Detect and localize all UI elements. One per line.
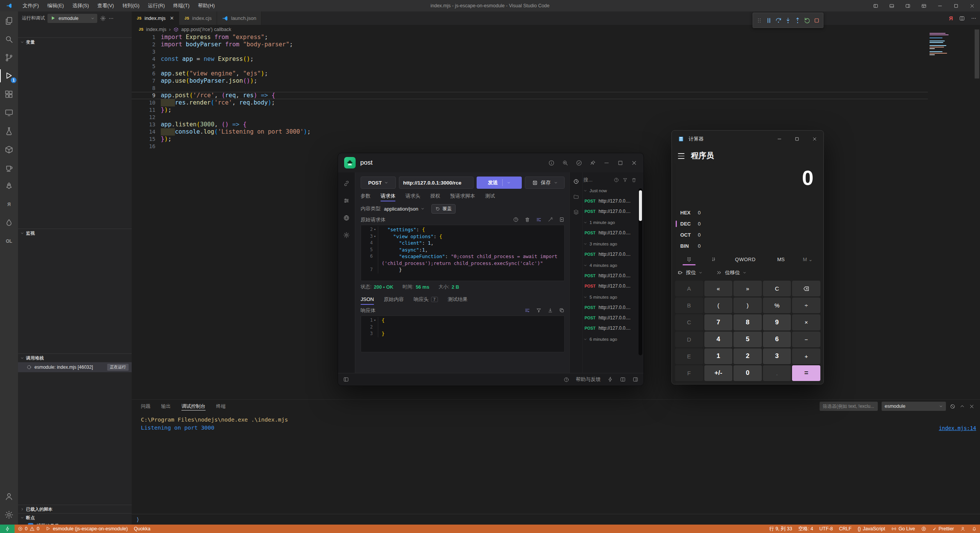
history-group-header[interactable]: 6 minutes ago [583, 334, 637, 344]
history-item[interactable]: POSThttp://127.0.0.... [583, 312, 637, 323]
lightning-icon[interactable] [607, 376, 613, 383]
calc-key-%[interactable]: % [763, 298, 791, 313]
status-github[interactable] [918, 525, 929, 533]
split-editor-icon[interactable] [959, 15, 965, 21]
history-group-header[interactable]: 4 minutes ago [583, 260, 637, 270]
activity-accounts[interactable] [0, 487, 18, 505]
activity-extension-cup[interactable] [0, 159, 18, 177]
method-select[interactable]: POST [361, 177, 396, 189]
response-body-editor[interactable]: 1▾{2 3 } [361, 316, 565, 352]
history-item[interactable]: POSThttp://127.0.0.... [583, 323, 637, 333]
calc-key-=[interactable]: = [792, 365, 820, 381]
status-indentation[interactable]: 空格: 4 [795, 525, 816, 533]
link-icon[interactable] [343, 180, 350, 187]
calc-key-1[interactable]: 1 [704, 348, 733, 364]
history-item[interactable]: POSThttp://127.0.0.... [583, 281, 637, 291]
panel-tab-终端[interactable]: 终端 [216, 400, 226, 413]
history-clock-icon[interactable] [573, 178, 579, 185]
bitwise-dropdown[interactable]: 按位 [677, 269, 702, 276]
history-group-header[interactable]: 1 minute ago [583, 217, 637, 227]
hamburger-menu-icon[interactable] [678, 152, 684, 159]
filter-icon[interactable] [536, 307, 542, 313]
status-eol[interactable]: CRLF [836, 525, 855, 533]
calc-key-×[interactable]: × [792, 314, 820, 330]
request-tab-预请求脚本[interactable]: 预请求脚本 [450, 189, 475, 203]
calc-key-+/-[interactable]: +/- [704, 365, 733, 381]
activity-testing[interactable] [0, 122, 18, 140]
override-button[interactable]: 覆盖 [431, 204, 456, 214]
panel-tab-调试控制台[interactable]: 调试控制台 [181, 400, 206, 413]
calc-key-»[interactable]: » [733, 281, 762, 296]
calc-key-8[interactable]: 8 [733, 314, 762, 330]
calc-key-2[interactable]: 2 [733, 348, 762, 364]
calc-key-«[interactable]: « [704, 281, 733, 296]
debug-session-select[interactable]: esmodule [882, 402, 946, 411]
menu-item[interactable]: 文件(F) [18, 0, 43, 11]
format-icon[interactable] [536, 217, 542, 222]
editor-more-actions-icon[interactable]: ⋯ [971, 15, 976, 21]
toggle-primary-sidebar-icon[interactable] [867, 0, 884, 11]
close-panel-icon[interactable] [969, 404, 975, 409]
debug-config-dropdown[interactable]: esmodule [47, 14, 97, 23]
history-search-input[interactable]: 搜... [583, 177, 610, 183]
response-tab-原始内容[interactable]: 原始内容 [384, 292, 404, 306]
activity-remote-explorer[interactable] [0, 103, 18, 122]
help-icon[interactable] [614, 177, 619, 183]
menu-item[interactable]: 选择(S) [68, 0, 93, 11]
request-tab-授权[interactable]: 授权 [430, 189, 440, 203]
debug-console-output[interactable]: C:\Program Files\nodejs\node.exe .\index… [132, 413, 980, 432]
close-icon[interactable] [806, 131, 823, 147]
calc-key-⌫[interactable] [792, 281, 820, 296]
calc-key-6[interactable]: 6 [763, 332, 791, 347]
status-prettier[interactable]: ✓Prettier [929, 525, 957, 533]
status-cursor-position[interactable]: 行 9, 列 33 [766, 525, 795, 533]
calc-key-+[interactable]: + [792, 348, 820, 364]
bitshift-dropdown[interactable]: 位移位 [716, 269, 746, 276]
breadcrumb-symbol[interactable]: app.post('/rce') callback [181, 27, 232, 32]
trash-icon[interactable] [524, 217, 530, 222]
info-icon[interactable] [548, 160, 555, 166]
history-item[interactable]: POSThttp://127.0.0.... [583, 196, 637, 206]
stop-icon[interactable] [812, 13, 822, 28]
folder-icon[interactable] [573, 194, 579, 200]
response-tab-JSON[interactable]: JSON [361, 292, 374, 306]
activity-extension-rocket[interactable] [0, 177, 18, 195]
menu-item[interactable]: 帮助(H) [194, 0, 219, 11]
history-group-header[interactable]: 5 minutes ago [583, 292, 637, 302]
activity-explorer[interactable] [0, 11, 18, 30]
sync-icon[interactable] [576, 160, 582, 166]
request-tab-测试[interactable]: 测试 [485, 189, 495, 203]
calc-key-7[interactable]: 7 [704, 314, 733, 330]
trash-icon[interactable] [631, 177, 637, 183]
toggle-sidebar-icon[interactable] [343, 376, 349, 383]
tab-index.cjs[interactable]: JSindex.cjs [179, 11, 217, 25]
radix-hex[interactable]: HEX0 [676, 207, 820, 218]
format-icon[interactable] [524, 307, 530, 313]
status-feedback[interactable] [957, 525, 969, 533]
loaded-scripts-header[interactable]: 已载入的脚本 [18, 505, 132, 513]
calc-key-C[interactable]: C [763, 281, 791, 296]
filter-icon[interactable] [622, 177, 628, 183]
step-out-icon[interactable] [793, 13, 802, 28]
call-stack-header[interactable]: 调用堆栈 [18, 354, 132, 362]
start-debug-icon[interactable] [50, 15, 56, 21]
calc-key-0[interactable]: 0 [733, 365, 762, 381]
history-item[interactable]: POSThttp://127.0.0.... [583, 227, 637, 238]
radix-bin[interactable]: BIN0 [676, 240, 820, 252]
toggle-panel-icon[interactable] [884, 0, 900, 11]
send-button[interactable]: 发送 [477, 177, 522, 189]
menu-item[interactable]: 终端(T) [169, 0, 194, 11]
problems-status[interactable]: 0 0 [15, 525, 42, 533]
pause-icon[interactable] [764, 13, 774, 28]
help-icon[interactable] [564, 377, 569, 383]
editor-action-r-icon[interactable]: Я [949, 15, 953, 21]
activity-extensions[interactable] [0, 85, 18, 103]
watch-header[interactable]: 监视 [18, 229, 132, 237]
zoom-icon[interactable] [562, 160, 568, 166]
toggle-right-panel-icon[interactable] [632, 376, 639, 383]
menu-item[interactable]: 转到(G) [118, 0, 144, 11]
response-tab-响应头[interactable]: 响应头7 [414, 292, 438, 306]
more-actions-icon[interactable]: ⋯ [109, 16, 113, 21]
step-over-icon[interactable] [774, 13, 783, 28]
calc-key-4[interactable]: 4 [704, 332, 733, 347]
